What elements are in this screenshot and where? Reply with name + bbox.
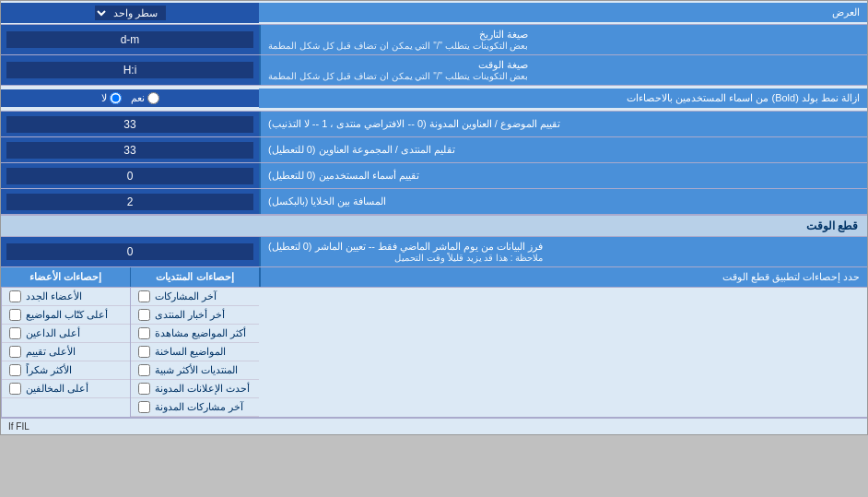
topics-sort-label: تقييم الموضوع / العناوين المدونة (0 -- ا… xyxy=(259,112,867,136)
forum-sort-row: تقليم المنتدى / المجموعة العناوين (0 للت… xyxy=(1,137,867,163)
cb-middle-6: آخر مشاركات المدونة xyxy=(131,398,259,417)
time-format-input-area xyxy=(1,55,259,85)
cell-spacing-input[interactable] xyxy=(6,194,253,210)
checkboxes-wrapper: حدد إحصاءات لتطبيق قطع الوقت إحصاءات الم… xyxy=(1,267,867,418)
cb-left-4: الأكثر شكراً xyxy=(2,361,130,380)
middle-col-header: إحصاءات المنتديات xyxy=(130,267,259,287)
forum-sort-input-area xyxy=(1,137,259,162)
cutoff-section-header: قطع الوقت xyxy=(1,215,867,237)
topics-sort-input-area xyxy=(1,112,259,136)
cb-left-2-input[interactable] xyxy=(9,327,21,339)
middle-checkboxes-col: آخر المشاركات أخر أخبار المنتدى أكثر الم… xyxy=(130,288,259,417)
cb-middle-6-input[interactable] xyxy=(138,401,150,413)
bold-yes-label[interactable]: نعم xyxy=(131,92,159,104)
checkboxes-header-row: حدد إحصاءات لتطبيق قطع الوقت إحصاءات الم… xyxy=(1,267,867,288)
cb-middle-5-input[interactable] xyxy=(138,383,150,395)
cell-spacing-row: المسافة بين الخلايا (بالبكسل) xyxy=(1,189,867,215)
left-col-header: إحصاءات الأعضاء xyxy=(1,267,130,287)
cb-middle-0: آخر المشاركات xyxy=(131,288,259,306)
display-select-area: سطر واحد xyxy=(1,3,259,23)
cb-middle-4: المنتديات الأكثر شبية xyxy=(131,361,259,380)
cb-left-1-input[interactable] xyxy=(9,309,21,321)
time-format-input[interactable] xyxy=(6,62,253,78)
bold-remove-radio-area: نعم لا xyxy=(1,89,259,107)
bold-remove-label: ازالة نمط بولد (Bold) من اسماء المستخدمي… xyxy=(259,89,867,108)
date-format-input-area xyxy=(1,25,259,54)
cb-middle-5: أحدث الإعلانات المدونة xyxy=(131,380,259,398)
users-sort-input-area xyxy=(1,163,259,188)
bold-no-radio[interactable] xyxy=(110,92,122,104)
forum-sort-label: تقليم المنتدى / المجموعة العناوين (0 للت… xyxy=(259,137,867,162)
display-select[interactable]: سطر واحد xyxy=(95,6,166,20)
cb-middle-0-input[interactable] xyxy=(138,290,150,302)
display-label: العرض xyxy=(259,3,867,22)
users-sort-label: تقييم أسماء المستخدمين (0 للتعطيل) xyxy=(259,163,867,188)
cb-left-5: أعلى المخالفين xyxy=(2,380,130,398)
cutoff-row: فرز البيانات من يوم الماشر الماضي فقط --… xyxy=(1,237,867,267)
cb-middle-1: أخر أخبار المنتدى xyxy=(131,306,259,325)
topics-sort-input[interactable] xyxy=(6,116,253,133)
display-row: العرض سطر واحد xyxy=(1,1,867,25)
cutoff-input[interactable] xyxy=(6,243,253,260)
forum-sort-input[interactable] xyxy=(6,142,253,159)
bold-no-label[interactable]: لا xyxy=(101,92,122,104)
main-container: العرض سطر واحد صيغة التاريخ بعض التكوينا… xyxy=(0,0,868,435)
bold-yes-radio[interactable] xyxy=(147,92,159,104)
checkboxes-filler xyxy=(259,288,867,417)
cb-left-0-input[interactable] xyxy=(9,290,21,302)
time-format-label: صيغة الوقت بعض التكوينات يتطلب "/" التي … xyxy=(259,55,867,85)
cb-left-5-input[interactable] xyxy=(9,383,21,395)
cb-middle-3: المواضيع الساخنة xyxy=(131,343,259,361)
cb-middle-1-input[interactable] xyxy=(138,309,150,321)
cell-spacing-label: المسافة بين الخلايا (بالبكسل) xyxy=(259,189,867,214)
cb-left-0: الأعضاء الجدد xyxy=(2,288,130,306)
users-sort-row: تقييم أسماء المستخدمين (0 للتعطيل) xyxy=(1,163,867,189)
time-format-row: صيغة الوقت بعض التكوينات يتطلب "/" التي … xyxy=(1,55,867,86)
date-format-row: صيغة التاريخ بعض التكوينات يتطلب "/" الت… xyxy=(1,25,867,55)
cb-left-2: أعلى الداعين xyxy=(2,325,130,343)
cb-middle-2-input[interactable] xyxy=(138,327,150,339)
date-format-label: صيغة التاريخ بعض التكوينات يتطلب "/" الت… xyxy=(259,25,867,54)
date-format-input[interactable] xyxy=(6,31,253,48)
bold-remove-row: ازالة نمط بولد (Bold) من اسماء المستخدمي… xyxy=(1,86,867,112)
topics-sort-row: تقييم الموضوع / العناوين المدونة (0 -- ا… xyxy=(1,112,867,137)
cb-middle-4-input[interactable] xyxy=(138,364,150,376)
users-sort-input[interactable] xyxy=(6,168,253,184)
cell-spacing-input-area xyxy=(1,189,259,214)
cb-left-3-input[interactable] xyxy=(9,346,21,358)
checkboxes-body: آخر المشاركات أخر أخبار المنتدى أكثر الم… xyxy=(1,288,867,417)
cb-middle-3-input[interactable] xyxy=(138,346,150,358)
cb-middle-2: أكثر المواضيع مشاهدة xyxy=(131,325,259,343)
cb-left-3: الأعلى تقييم xyxy=(2,343,130,361)
left-checkboxes-col: الأعضاء الجدد أعلى كتّاب المواضيع أعلى ا… xyxy=(1,288,130,417)
checkboxes-section-title: حدد إحصاءات لتطبيق قطع الوقت xyxy=(259,267,867,287)
ifil-note: If FIL xyxy=(1,418,867,434)
cb-left-4-input[interactable] xyxy=(9,364,21,376)
cutoff-label: فرز البيانات من يوم الماشر الماضي فقط --… xyxy=(259,237,867,266)
cutoff-input-area xyxy=(1,237,259,266)
cb-left-1: أعلى كتّاب المواضيع xyxy=(2,306,130,325)
